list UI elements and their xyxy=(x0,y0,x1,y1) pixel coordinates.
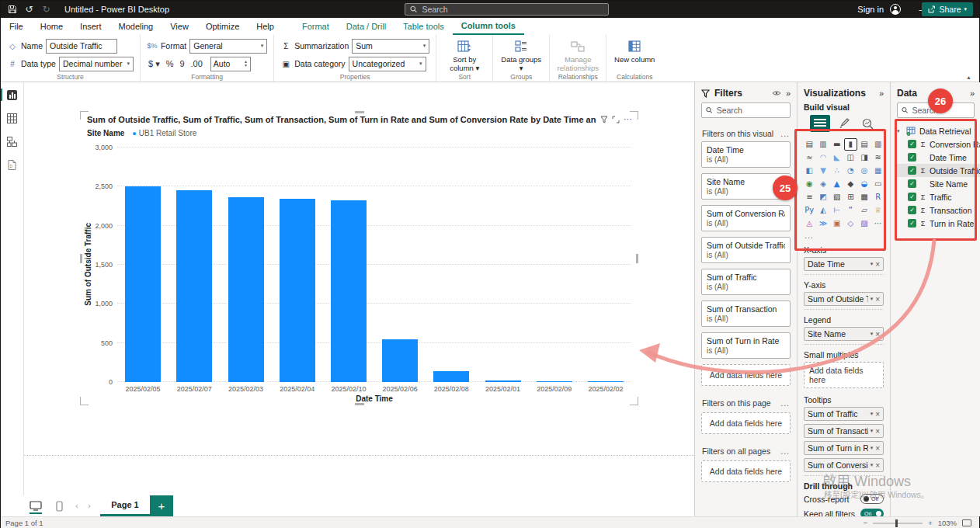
tooltip-field-pill[interactable]: Sum of Turn in Rate▾× xyxy=(804,441,884,455)
bar[interactable] xyxy=(176,190,212,382)
chevron-down-icon[interactable]: ▾ xyxy=(871,331,874,337)
new-page-button[interactable]: + xyxy=(150,495,173,516)
remove-field-icon[interactable]: × xyxy=(875,260,880,269)
filter-card[interactable]: Sum of Transaction is (All) xyxy=(701,300,791,327)
add-filter-dropzone[interactable]: Add data fields here xyxy=(701,364,791,386)
bar[interactable] xyxy=(588,381,624,382)
fit-to-page-icon[interactable] xyxy=(962,519,971,526)
keep-all-filters-toggle[interactable]: On xyxy=(860,509,884,516)
add-filter-dropzone[interactable]: Add data fields here xyxy=(701,460,791,482)
remove-field-icon[interactable]: × xyxy=(875,410,880,419)
more-options-icon[interactable]: ... xyxy=(780,446,790,456)
ribbon-tab[interactable]: Format xyxy=(294,18,338,35)
more-options-icon[interactable]: ⋯ xyxy=(624,114,633,124)
number-format-button[interactable]: $ ▾ xyxy=(148,59,160,69)
sign-in-link[interactable]: Sign in xyxy=(851,5,890,14)
legend-field-pill[interactable]: Site Name▾× xyxy=(804,327,884,341)
global-search-input[interactable] xyxy=(422,5,603,14)
collapse-pane-icon[interactable]: » xyxy=(879,89,884,98)
bar[interactable] xyxy=(228,197,264,382)
chevron-down-icon[interactable]: ▾ xyxy=(871,445,874,451)
new-column-button[interactable]: New column xyxy=(613,38,656,64)
number-format-button[interactable]: .00 xyxy=(191,59,203,68)
chevron-down-icon[interactable]: ▾ xyxy=(871,428,874,434)
number-format-button[interactable]: 9 xyxy=(179,59,184,68)
zoom-slider-thumb[interactable] xyxy=(895,519,898,527)
ribbon-tab[interactable]: Home xyxy=(32,18,71,35)
cross-report-toggle[interactable]: Off xyxy=(860,494,884,504)
page-tab[interactable]: Page 1 xyxy=(100,495,150,516)
chevron-down-icon[interactable]: ▾ xyxy=(871,296,874,302)
collapse-pane-icon[interactable]: » xyxy=(970,89,975,98)
undo-icon[interactable]: ↺ xyxy=(24,5,34,15)
filter-card[interactable]: Date Time is (All) xyxy=(701,141,791,168)
ribbon-tab[interactable]: Data / Drill xyxy=(338,18,394,35)
ribbon-tab[interactable]: View xyxy=(162,18,197,35)
global-search-box[interactable] xyxy=(405,3,609,16)
resize-handle[interactable] xyxy=(80,397,89,405)
zoom-slider[interactable] xyxy=(873,523,923,524)
resize-handle[interactable] xyxy=(636,254,638,263)
eye-icon[interactable] xyxy=(772,90,781,96)
y-axis-field-pill[interactable]: Sum of Outside Traffic▾× xyxy=(804,292,884,306)
filters-search-box[interactable] xyxy=(701,102,791,118)
ribbon-tab[interactable]: Column tools xyxy=(453,18,524,35)
zoom-out-button[interactable]: − xyxy=(864,519,868,527)
table-view-icon[interactable] xyxy=(5,110,20,126)
format-dropdown[interactable]: General▾ xyxy=(189,39,267,54)
column-name-input[interactable] xyxy=(46,39,117,54)
model-view-icon[interactable] xyxy=(5,134,20,149)
visual-filter-icon[interactable] xyxy=(600,116,608,123)
remove-field-icon[interactable]: × xyxy=(875,330,880,339)
data-groups-button[interactable]: Data groups ▾ xyxy=(499,38,543,72)
remove-field-icon[interactable]: × xyxy=(875,427,880,436)
tooltip-field-pill[interactable]: Sum of Transaction▾× xyxy=(804,424,884,438)
more-options-icon[interactable]: ... xyxy=(780,129,790,138)
ribbon-tab[interactable]: Table tools xyxy=(394,18,453,35)
resize-handle[interactable] xyxy=(355,111,364,113)
mobile-layout-icon[interactable] xyxy=(47,495,71,516)
more-options-icon[interactable]: ... xyxy=(780,398,790,408)
next-page-icon[interactable]: › xyxy=(83,495,96,516)
data-category-dropdown[interactable]: Uncategorized▾ xyxy=(349,57,426,71)
ribbon-tab[interactable]: Help xyxy=(248,18,283,35)
filter-card[interactable]: Sum of Turn in Rate is (All) xyxy=(701,332,791,359)
decimal-places-spinner[interactable]: Auto▲▼ xyxy=(210,57,251,71)
data-type-dropdown[interactable]: Decimal number▾ xyxy=(59,57,134,71)
share-button[interactable]: Share▾ xyxy=(922,2,973,16)
remove-field-icon[interactable]: × xyxy=(875,444,880,453)
bar[interactable] xyxy=(537,381,572,383)
chevron-down-icon[interactable]: ▾ xyxy=(871,462,874,468)
legend-series-label[interactable]: UB1 Retail Store xyxy=(139,129,196,137)
account-avatar[interactable] xyxy=(890,4,901,15)
ribbon-tab[interactable]: File xyxy=(1,18,32,35)
remove-field-icon[interactable]: × xyxy=(875,461,880,470)
report-canvas[interactable]: Sum of Outside Traffic, Sum of Traffic, … xyxy=(24,82,694,495)
resize-handle[interactable] xyxy=(355,403,364,405)
ribbon-tab[interactable]: Insert xyxy=(71,18,110,35)
chart-visual[interactable]: Sum of Outside Traffic, Sum of Traffic, … xyxy=(81,112,638,405)
number-format-button[interactable]: % xyxy=(166,59,174,68)
filter-card[interactable]: Sum of Conversion Ra... is (All) xyxy=(701,205,791,231)
bar[interactable] xyxy=(382,339,418,382)
small-multiples-dropzone[interactable]: Add data fields here xyxy=(804,362,884,388)
filter-card[interactable]: Sum of Outside Traffic is (All) xyxy=(701,237,791,263)
previous-page-icon[interactable]: ‹ xyxy=(71,495,83,516)
chevron-down-icon[interactable]: ▾ xyxy=(871,261,874,267)
desktop-layout-icon[interactable] xyxy=(24,495,47,516)
sort-by-column-button[interactable]: Sort by column ▾ xyxy=(443,38,486,72)
bar[interactable] xyxy=(433,371,469,382)
remove-field-icon[interactable]: × xyxy=(875,295,880,304)
bar[interactable] xyxy=(485,380,521,382)
zoom-in-button[interactable]: + xyxy=(928,519,933,527)
add-filter-dropzone[interactable]: Add data fields here xyxy=(701,412,791,434)
bar[interactable] xyxy=(125,186,161,383)
ribbon-tab[interactable]: Optimize xyxy=(197,18,248,35)
save-icon[interactable] xyxy=(7,5,17,15)
collapse-pane-icon[interactable]: » xyxy=(786,89,791,98)
dax-query-view-icon[interactable]: D xyxy=(5,157,20,172)
focus-mode-icon[interactable] xyxy=(612,116,620,123)
chevron-down-icon[interactable]: ▾ xyxy=(871,411,874,417)
collapse-ribbon-icon[interactable]: ▲ xyxy=(966,75,971,80)
filter-card[interactable]: Sum of Traffic is (All) xyxy=(701,269,791,295)
